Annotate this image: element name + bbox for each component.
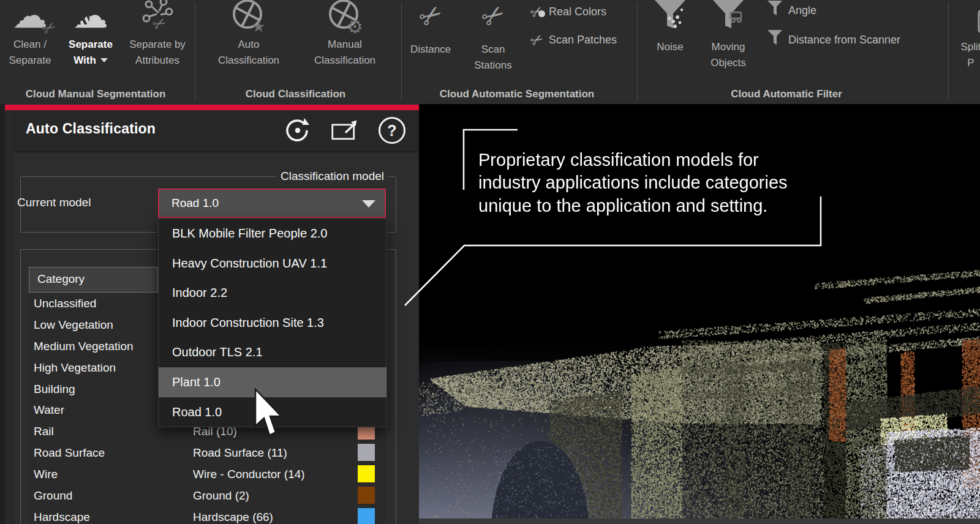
dropdown-item[interactable]: Indoor Construction Site 1.3 [159, 308, 386, 338]
popout-button[interactable] [331, 116, 359, 144]
angle-button[interactable]: Angle [767, 0, 816, 21]
button-label: Distance from Scanner [788, 34, 900, 47]
scissors-icon: ✂ [530, 32, 543, 48]
header-label: Category [37, 272, 157, 286]
category-cell: Building [34, 378, 75, 400]
help-button[interactable]: ? [378, 116, 406, 144]
button-label: Separate by [124, 37, 191, 53]
svg-text:★: ★ [252, 18, 265, 35]
moving-objects-button[interactable]: Moving Objects [701, 0, 755, 86]
application-window: ☁ ✂ Clean / Separate ☁ Separate With [0, 0, 980, 524]
button-label: Separate [59, 37, 123, 53]
dropdown-item[interactable]: Heavy Construction UAV 1.1 [159, 249, 386, 279]
category-cell: Road Surface [34, 442, 105, 463]
scissors-glyph: ✂ [413, 0, 447, 34]
scissors-station-icon: ✂ [468, 0, 518, 42]
button-label: Classification [306, 53, 383, 69]
panel-title: Auto Classification [26, 121, 156, 137]
funnel-icon [767, 1, 783, 20]
table-row[interactable]: Ground Ground (2) [29, 485, 386, 506]
ribbon-divider [948, 2, 949, 100]
help-icon: ? [379, 117, 405, 144]
ribbon-group-label: Cloud Automatic Filter [710, 88, 862, 102]
color-swatch[interactable] [358, 487, 375, 504]
button-label: Real Colors [549, 6, 606, 18]
table-row[interactable]: Wire Wire - Conductor (14) [29, 463, 386, 485]
category-cell: Medium Vegetation [34, 335, 134, 357]
manual-classification-button[interactable]: ⚙ Manual Classification [306, 0, 383, 86]
reset-button[interactable] [283, 116, 311, 144]
table-header[interactable]: Category [29, 267, 158, 293]
ribbon-divider [401, 2, 402, 100]
cloud-stripes-icon: ☁ [59, 0, 123, 37]
panel-left-strip [5, 110, 13, 524]
category-cell: Low Vegetation [34, 314, 113, 335]
cloud-scissors-icon: ☁ ✂ [2, 0, 58, 37]
distance-from-scanner-button[interactable]: Distance from Scanner [767, 29, 900, 50]
ribbon-group-label: Cloud Classification [221, 88, 371, 102]
color-dot [538, 10, 545, 17]
popout-icon [331, 118, 359, 143]
scissors-glyph: ✂ [527, 30, 546, 50]
scan-patches-button[interactable]: ✂ Scan Patches [530, 29, 617, 50]
history-icon [284, 117, 311, 144]
sphere-gear-icon: ⚙ [306, 0, 383, 37]
clean-separate-button[interactable]: ☁ ✂ Clean / Separate [2, 0, 58, 86]
ribbon-group-label: Cloud Manual Segmentation [4, 88, 187, 102]
noise-button[interactable]: Noise [646, 0, 694, 86]
category-cell: Water [34, 399, 64, 421]
category-cell: Unclassified [34, 293, 96, 314]
button-label: Scan [468, 42, 518, 58]
ribbon-divider [637, 2, 638, 100]
chevron-down-icon [362, 200, 375, 208]
category-cell: Rail [34, 421, 54, 442]
groupbox-label: Classification model [276, 170, 388, 183]
real-colors-button[interactable]: ✂ Real Colors [530, 1, 606, 22]
button-label: Distance [405, 42, 456, 58]
auto-classification-button[interactable]: ★ Auto Classification [211, 0, 286, 86]
button-label: Manual [306, 37, 383, 53]
color-swatch[interactable] [358, 508, 375, 524]
dropdown-item[interactable]: BLK Mobile Filter People 2.0 [159, 219, 386, 249]
distance-button[interactable]: ✂ Distance [405, 0, 456, 86]
svg-text:⚙: ⚙ [347, 17, 363, 36]
color-swatch[interactable] [358, 465, 375, 482]
category-cell: Wire [34, 463, 58, 485]
button-label: Auto [211, 37, 286, 53]
dropdown-item-highlighted[interactable]: Plant 1.0 [159, 367, 386, 397]
separate-with-button[interactable]: ☁ Separate With [59, 0, 123, 86]
category-cell: High Vegetation [34, 357, 116, 378]
mapped-class-cell: Ground (2) [193, 485, 249, 506]
button-label: Classification [211, 53, 286, 69]
mapped-class-cell: Road Surface (11) [193, 442, 287, 463]
combobox-value: Road 1.0 [172, 190, 219, 217]
ribbon-toolbar: ☁ ✂ Clean / Separate ☁ Separate With [0, 0, 980, 104]
point-cloud-canvas[interactable] [419, 104, 980, 524]
button-label: Split [949, 39, 980, 55]
current-model-combobox[interactable]: Road 1.0 [158, 189, 386, 218]
dropdown-item[interactable]: Indoor 2.2 [159, 278, 386, 308]
button-label: Angle [788, 4, 816, 17]
color-swatch[interactable] [358, 444, 375, 461]
button-label: Stations [468, 58, 518, 73]
button-label: Moving [701, 39, 755, 55]
current-model-label: Current model [17, 196, 91, 209]
dropdown-item[interactable]: Outdoor TLS 2.1 [159, 337, 386, 367]
chevron-down-icon [100, 58, 108, 62]
network-scissors-icon: ✂ [124, 0, 191, 37]
button-label: Attributes [124, 53, 191, 69]
button-label: Separate [2, 53, 58, 69]
button-label: Objects [701, 55, 755, 71]
separate-by-attributes-button[interactable]: ✂ Separate by Attributes [124, 0, 191, 86]
button-label: P [949, 55, 980, 71]
scan-stations-button[interactable]: ✂ Scan Stations [468, 0, 518, 86]
dropdown-item[interactable]: Road 1.0 [159, 397, 386, 427]
split-button[interactable]: Split P [949, 0, 980, 86]
3d-viewport[interactable] [419, 104, 980, 524]
mapped-class-cell: Hardscape (66) [193, 506, 273, 524]
table-row[interactable]: Road Surface Road Surface (11) [29, 442, 386, 463]
mapped-class-cell: Wire - Conductor (14) [193, 463, 305, 485]
category-cell: Ground [34, 485, 72, 506]
category-cell: Hardscape [34, 506, 90, 524]
table-row[interactable]: Hardscape Hardscape (66) [29, 506, 386, 524]
